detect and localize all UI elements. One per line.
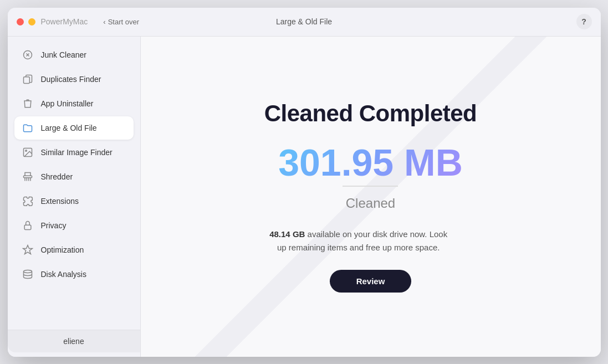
chevron-left-icon: ‹ bbox=[103, 18, 105, 26]
extensions-icon bbox=[21, 194, 34, 208]
page-title: Large & Old File bbox=[276, 17, 332, 26]
large-old-file-icon bbox=[21, 121, 34, 135]
svg-point-3 bbox=[25, 150, 27, 151]
app-window: PowerMyMac ‹ Start over Large & Old File… bbox=[8, 8, 601, 357]
content-inner: Cleaned Completed 301.95 MB Cleaned 48.1… bbox=[264, 100, 477, 293]
sidebar-item-large-old-file[interactable]: Large & Old File bbox=[14, 116, 134, 140]
cleaned-completed-heading: Cleaned Completed bbox=[264, 100, 477, 127]
sidebar-item-large-old-file-label: Large & Old File bbox=[41, 124, 97, 132]
review-button[interactable]: Review bbox=[330, 270, 412, 293]
sidebar-items: Junk Cleaner Duplicates Finder bbox=[8, 41, 140, 330]
svg-rect-1 bbox=[23, 76, 29, 83]
privacy-icon bbox=[21, 219, 34, 232]
sidebar-item-extensions[interactable]: Extensions bbox=[14, 189, 134, 213]
help-button[interactable]: ? bbox=[576, 14, 592, 29]
sidebar-item-duplicates-finder[interactable]: Duplicates Finder bbox=[14, 68, 134, 91]
title-bar: PowerMyMac ‹ Start over Large & Old File… bbox=[8, 8, 601, 37]
sidebar-item-similar-image-finder-label: Similar Image Finder bbox=[41, 148, 113, 157]
sidebar-item-optimization-label: Optimization bbox=[41, 245, 84, 254]
sidebar-user: eliene bbox=[8, 330, 140, 352]
available-text: 48.14 GB available on your disk drive no… bbox=[264, 228, 453, 254]
sidebar-item-similar-image-finder[interactable]: Similar Image Finder bbox=[14, 141, 134, 164]
sidebar-item-junk-cleaner[interactable]: Junk Cleaner bbox=[14, 43, 134, 66]
sidebar-item-shredder[interactable]: Shredder bbox=[14, 165, 134, 188]
username-label: eliene bbox=[63, 337, 84, 346]
minimize-button[interactable] bbox=[28, 18, 35, 25]
svg-point-6 bbox=[23, 270, 32, 273]
sidebar-item-duplicates-finder-label: Duplicates Finder bbox=[41, 75, 101, 84]
sidebar-item-optimization[interactable]: Optimization bbox=[14, 238, 134, 262]
start-over-button[interactable]: ‹ Start over bbox=[99, 16, 144, 28]
close-button[interactable] bbox=[17, 18, 24, 25]
sidebar-item-privacy-label: Privacy bbox=[41, 221, 67, 230]
shredder-icon bbox=[21, 170, 34, 183]
sidebar: Junk Cleaner Duplicates Finder bbox=[8, 37, 141, 357]
sidebar-item-extensions-label: Extensions bbox=[41, 197, 79, 206]
traffic-lights bbox=[17, 18, 35, 25]
sidebar-item-privacy[interactable]: Privacy bbox=[14, 214, 134, 237]
optimization-icon bbox=[21, 243, 34, 257]
duplicates-finder-icon bbox=[21, 73, 34, 86]
cleaned-label: Cleaned bbox=[264, 196, 477, 211]
svg-rect-5 bbox=[24, 225, 31, 229]
sidebar-item-disk-analysis[interactable]: Disk Analysis bbox=[14, 263, 134, 286]
sidebar-item-junk-cleaner-label: Junk Cleaner bbox=[41, 50, 87, 59]
content-area: Cleaned Completed 301.95 MB Cleaned 48.1… bbox=[141, 37, 601, 357]
sidebar-item-app-uninstaller[interactable]: App Uninstaller bbox=[14, 92, 134, 115]
app-name-label: PowerMyMac bbox=[41, 17, 88, 26]
svg-rect-4 bbox=[23, 176, 32, 177]
cleaned-divider bbox=[343, 186, 398, 187]
sidebar-item-disk-analysis-label: Disk Analysis bbox=[41, 270, 86, 279]
app-uninstaller-icon bbox=[21, 97, 34, 110]
available-gb-value: 48.14 GB bbox=[269, 229, 305, 239]
sidebar-item-shredder-label: Shredder bbox=[41, 172, 73, 181]
cleaned-amount-value: 301.95 MB bbox=[264, 143, 477, 181]
main-content: Junk Cleaner Duplicates Finder bbox=[8, 37, 601, 357]
similar-image-finder-icon bbox=[21, 146, 34, 159]
junk-cleaner-icon bbox=[21, 48, 34, 61]
disk-analysis-icon bbox=[21, 268, 34, 281]
sidebar-item-app-uninstaller-label: App Uninstaller bbox=[41, 99, 94, 108]
